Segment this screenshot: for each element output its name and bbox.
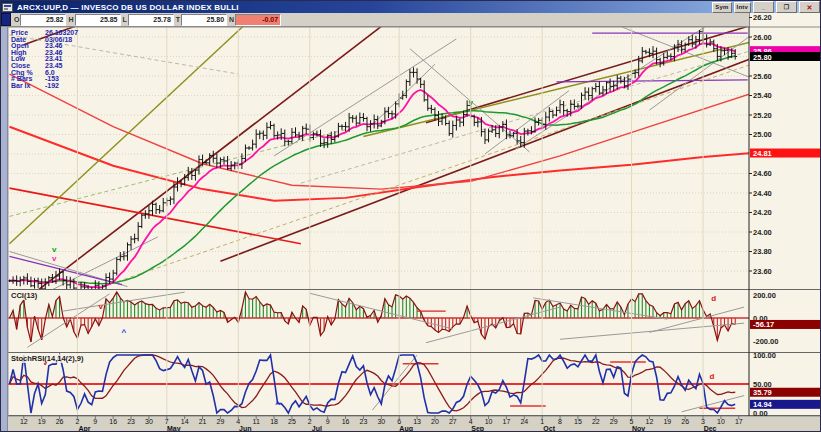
svg-text:27: 27	[449, 418, 457, 425]
quote-field-value: 25.80	[181, 14, 227, 26]
quote-field-label: L	[121, 16, 128, 23]
price-marker-v: v	[52, 245, 57, 254]
svg-text:5: 5	[630, 418, 634, 425]
app-icon	[2, 3, 13, 12]
quote-field-label: N	[227, 16, 235, 23]
svg-text:24: 24	[520, 418, 528, 425]
svg-text:10: 10	[717, 418, 725, 425]
svg-text:16: 16	[342, 418, 350, 425]
quote-symbol-icon[interactable]	[1, 13, 11, 26]
svg-text:1: 1	[540, 418, 544, 425]
svg-text:24.60: 24.60	[753, 169, 772, 178]
svg-text:30: 30	[145, 418, 153, 425]
minimize-button[interactable]: _	[753, 1, 774, 13]
cci-marker-v: v	[98, 302, 103, 311]
svg-text:9: 9	[93, 418, 97, 425]
price-marker-v: v	[52, 254, 57, 263]
maximize-button[interactable]: ❐	[776, 1, 797, 13]
svg-text:12: 12	[20, 418, 28, 425]
quote-bar: O25.82H25.85L25.78T25.80N-0.07	[1, 13, 749, 27]
svg-text:Dec: Dec	[704, 425, 717, 432]
cci-marker-d: d	[711, 294, 716, 303]
svg-text:24.40: 24.40	[753, 189, 772, 198]
svg-text:26.20: 26.20	[753, 13, 772, 22]
svg-text:26: 26	[56, 418, 64, 425]
svg-text:19: 19	[663, 418, 671, 425]
svg-text:2: 2	[75, 418, 79, 425]
axis-badge-35.79: 35.79	[750, 388, 821, 398]
stochrsi-panel-label: StochRSI(14,14(2),9)	[10, 354, 85, 363]
svg-text:7: 7	[165, 418, 169, 425]
svg-text:23.80: 23.80	[753, 247, 772, 256]
svg-text:26: 26	[681, 418, 689, 425]
svg-text:25.20: 25.20	[753, 111, 772, 120]
window-title: ARCX:UUP,D — INVESCO DB US DOLLAR INDEX …	[17, 3, 239, 12]
svg-text:-56.17: -56.17	[753, 320, 774, 329]
quote-field-value: 25.82	[20, 14, 66, 26]
svg-text:25.80: 25.80	[753, 53, 772, 62]
svg-text:19: 19	[38, 418, 46, 425]
svg-text:50.00: 50.00	[753, 380, 772, 389]
svg-text:14.94: 14.94	[753, 400, 773, 409]
svg-text:24.00: 24.00	[753, 228, 772, 237]
svg-text:14: 14	[181, 418, 189, 425]
svg-text:3: 3	[701, 418, 705, 425]
title-bar[interactable]: ARCX:UUP,D — INVESCO DB US DOLLAR INDEX …	[1, 1, 821, 13]
axis-badge--56.17: -56.17	[750, 320, 821, 330]
svg-text:200.00: 200.00	[753, 291, 776, 300]
svg-text:4: 4	[469, 418, 473, 425]
svg-text:15: 15	[574, 418, 582, 425]
svg-text:-200.00: -200.00	[753, 337, 778, 346]
svg-text:22: 22	[592, 418, 600, 425]
close-button[interactable]: ✕	[799, 1, 820, 13]
stoch-marker-d: d	[710, 372, 715, 381]
quote-field-label: O	[12, 16, 20, 23]
svg-text:12: 12	[646, 418, 654, 425]
svg-text:Oct: Oct	[543, 425, 555, 432]
axis-badge-25.80: 25.80	[750, 52, 821, 62]
svg-text:29: 29	[217, 418, 225, 425]
svg-text:35.79: 35.79	[753, 388, 772, 397]
quote-field-label: T	[174, 16, 181, 23]
cursor-info-panel: Price26.163207Date03/06/18Open23.46High2…	[11, 30, 78, 89]
svg-text:23.60: 23.60	[753, 267, 772, 276]
stoch-marker-^: ^	[275, 400, 280, 409]
chart-window: vvvv^dv^d26.2026.0025.6025.4025.2025.002…	[0, 0, 821, 432]
svg-text:23: 23	[360, 418, 368, 425]
svg-text:9: 9	[326, 418, 330, 425]
axis-badge-14.94: 14.94	[750, 400, 821, 410]
svg-text:25.00: 25.00	[753, 130, 772, 139]
svg-text:25: 25	[288, 418, 296, 425]
svg-text:24.81: 24.81	[753, 149, 772, 158]
svg-text:Sep: Sep	[471, 425, 484, 432]
svg-text:21: 21	[199, 418, 207, 425]
quote-field-label: H	[66, 16, 74, 23]
left-scrollbar-strip[interactable]	[1, 13, 8, 432]
svg-text:11: 11	[253, 418, 260, 425]
svg-text:Jun: Jun	[239, 425, 251, 432]
svg-text:29: 29	[610, 418, 618, 425]
svg-text:May: May	[167, 425, 181, 432]
quote-field-value: -0.07	[235, 14, 281, 26]
quote-field-value: 25.78	[128, 14, 174, 26]
svg-text:2: 2	[308, 418, 312, 425]
svg-text:Nov: Nov	[632, 425, 645, 432]
quote-field-value: 25.85	[75, 14, 121, 26]
svg-text:Apr: Apr	[78, 425, 90, 432]
sym-button[interactable]: Sym	[712, 2, 731, 13]
svg-text:30: 30	[377, 418, 385, 425]
svg-text:0.00: 0.00	[753, 409, 768, 418]
svg-text:100.00: 100.00	[753, 351, 776, 360]
svg-text:25.40: 25.40	[753, 91, 772, 100]
svg-text:8: 8	[558, 418, 562, 425]
cci-marker-^: ^	[122, 328, 127, 337]
chart-canvas: vvvv^dv^d26.2026.0025.6025.4025.2025.002…	[1, 1, 821, 432]
svg-text:24.20: 24.20	[753, 208, 772, 217]
svg-text:17: 17	[735, 418, 743, 425]
svg-text:4: 4	[236, 418, 240, 425]
svg-text:17: 17	[503, 418, 511, 425]
svg-text:25.60: 25.60	[753, 72, 772, 81]
svg-text:6: 6	[397, 418, 401, 425]
svg-text:Aug: Aug	[399, 425, 413, 432]
intv-button[interactable]: Intv	[734, 2, 751, 13]
